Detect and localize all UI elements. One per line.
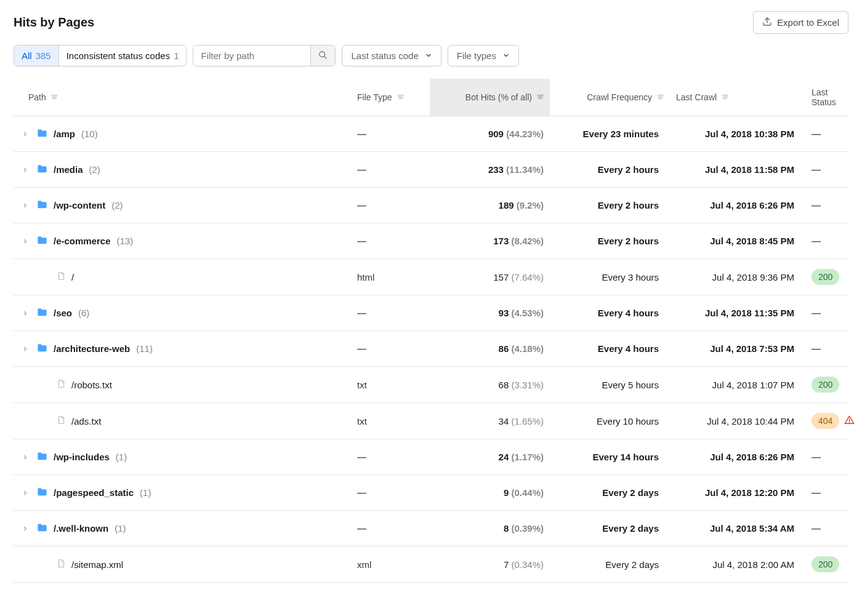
path-count: (1) [140,487,151,498]
table-row[interactable]: /robots.txttxt68 (3.31%)Every 5 hoursJul… [14,367,848,403]
bothits-cell: 86 (4.18%) [430,334,550,364]
col-filetype[interactable]: File Type [351,79,430,116]
laststatus-cell: — [805,442,848,472]
bothits-cell: 24 (1.17%) [430,442,550,472]
table-row[interactable]: /wp-content(2)—189 (9.2%)Every 2 hoursJu… [14,188,848,223]
crawlfreq-cell: Every 2 days [550,550,670,580]
dropdown-status-label: Last status code [351,50,418,61]
folder-icon [37,308,47,319]
col-crawlfreq[interactable]: Crawl Frequency [550,79,670,116]
path-name: /seo [54,308,72,318]
crawlfreq-cell: Every 23 minutes [550,119,670,149]
bothits-pct: (0.39%) [511,523,544,534]
table-row[interactable]: /architecture-web(11)—86 (4.18%)Every 4 … [14,331,848,367]
crawlfreq-cell: Every 4 hours [550,298,670,328]
expand-chevron-icon[interactable] [20,487,31,498]
laststatus-cell: — [805,478,848,508]
laststatus-cell: — [805,513,848,543]
filetype-cell: — [351,334,430,364]
table-row[interactable]: /seo(6)—93 (4.53%)Every 4 hoursJul 4, 20… [14,295,848,331]
expand-chevron-icon[interactable] [20,343,31,354]
laststatus-cell: 200 [805,546,848,582]
col-lastcrawl[interactable]: Last Crawl [670,79,805,116]
expand-chevron-icon[interactable] [20,523,31,534]
expand-chevron-icon[interactable] [20,200,31,211]
table-row[interactable]: /ads.txttxt34 (1.65%)Every 10 hoursJul 4… [14,403,848,439]
path-count: (2) [111,200,123,210]
crawlfreq-cell: Every 2 hours [550,190,670,220]
path-cell: /media(2) [14,154,351,185]
path-cell: /sitemap.xml [14,548,351,580]
search-input[interactable] [193,46,310,66]
bothits-value: 173 [493,236,509,246]
table-row[interactable]: /media(2)—233 (11.34%)Every 2 hoursJul 4… [14,152,848,188]
crawlfreq-cell: Every 10 hours [550,406,670,436]
path-count: (1) [115,523,126,534]
bothits-value: 9 [504,487,509,498]
bothits-pct: (0.44%) [511,487,544,498]
last-status-code-dropdown[interactable]: Last status code [342,45,441,66]
filetype-cell: txt [351,370,430,400]
folder-icon [37,200,47,211]
folder-icon [37,129,47,140]
expand-chevron-icon[interactable] [20,308,31,319]
col-lastcrawl-label: Last Crawl [676,92,717,102]
table-row[interactable]: /sitemap.xmlxml7 (0.34%)Every 2 daysJul … [14,546,848,583]
path-cell: /amp(10) [14,119,351,150]
lastcrawl-cell: Jul 4, 2018 11:35 PM [670,298,805,328]
bothits-value: 86 [499,343,509,354]
lastcrawl-cell: Jul 4, 2018 8:45 PM [670,226,805,256]
table-body: /amp(10)—909 (44.23%)Every 23 minutesJul… [14,116,848,583]
chevron-down-icon [425,50,432,61]
path-name: /wp-content [54,200,105,210]
table-row[interactable]: /pagespeed_static(1)—9 (0.44%)Every 2 da… [14,475,848,511]
path-count: (6) [78,308,89,318]
bothits-pct: (4.53%) [511,308,544,318]
expand-chevron-icon[interactable] [20,164,31,175]
col-path[interactable]: Path [14,79,351,116]
col-filetype-label: File Type [357,92,392,102]
bothits-pct: (44.23%) [506,129,544,139]
export-to-excel-button[interactable]: Export to Excel [753,11,848,34]
bothits-cell: 189 (9.2%) [430,190,550,220]
search-button[interactable] [310,46,335,66]
bothits-value: 93 [499,308,509,318]
filetype-cell: — [351,190,430,220]
expand-chevron-icon[interactable] [20,129,31,140]
expand-chevron-icon[interactable] [20,236,31,247]
lastcrawl-cell: Jul 4, 2018 5:34 AM [670,513,805,543]
laststatus-cell: 200 [805,367,848,402]
crawlfreq-cell: Every 2 hours [550,226,670,256]
tab-all[interactable]: All 385 [14,46,59,66]
bothits-pct: (9.2%) [517,200,544,210]
path-cell: /ads.txt [14,405,351,437]
path-cell: /robots.txt [14,369,351,401]
table-row[interactable]: /wp-includes(1)—24 (1.17%)Every 14 hours… [14,439,848,475]
svg-line-2 [324,56,327,58]
table-row[interactable]: /html157 (7.64%)Every 3 hoursJul 4, 2018… [14,259,848,295]
table-row[interactable]: /e-commerce(13)—173 (8.42%)Every 2 hours… [14,223,848,259]
bothits-cell: 157 (7.64%) [430,262,550,292]
bothits-pct: (3.31%) [511,380,544,390]
crawlfreq-cell: Every 2 days [550,478,670,508]
col-crawlfreq-label: Crawl Frequency [587,92,652,102]
laststatus-cell: — [805,190,848,220]
table-row[interactable]: /amp(10)—909 (44.23%)Every 23 minutesJul… [14,116,848,152]
bothits-cell: 34 (1.65%) [430,406,550,436]
bothits-cell: 7 (0.34%) [430,550,550,580]
path-name: /ads.txt [71,416,101,426]
path-name: /robots.txt [71,380,112,390]
table-row[interactable]: /.well-known(1)—8 (0.39%)Every 2 daysJul… [14,511,848,546]
lastcrawl-cell: Jul 4, 2018 2:00 AM [670,550,805,580]
bothits-pct: (7.64%) [511,272,544,282]
folder-icon [37,487,47,498]
file-types-dropdown[interactable]: File types [448,45,519,66]
expand-chevron-icon[interactable] [20,452,31,463]
tab-inconsistent[interactable]: Inconsistent status codes 1 [59,46,187,66]
path-name: /wp-includes [54,452,110,462]
col-laststatus: Last Status [805,79,848,116]
path-count: (2) [89,164,100,175]
col-bothits[interactable]: Bot Hits (% of all) [430,79,550,116]
laststatus-cell: — [805,119,848,149]
tab-inconsistent-count: 1 [174,50,179,61]
